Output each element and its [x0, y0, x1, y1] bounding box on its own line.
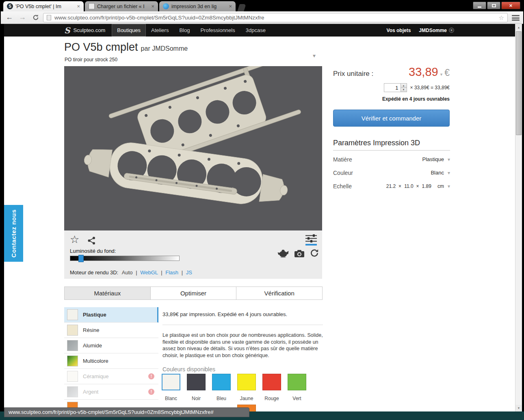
tab-title: Charger un fichier « I: [97, 4, 149, 9]
dim-y[interactable]: 11.0: [404, 183, 413, 189]
browser-tab-active[interactable]: S 'PO V5b cmplet' | Im ×: [3, 1, 84, 11]
material-description: Le plastique est un bon choix pour de no…: [162, 332, 324, 359]
bookmark-star-icon[interactable]: ☆: [499, 14, 504, 22]
url-text[interactable]: www.sculpteo.com/fr/print/po-v5b-cmplet/…: [54, 15, 499, 21]
warning-icon: !: [148, 389, 154, 395]
favorite-star-icon[interactable]: ☆: [70, 233, 79, 246]
browser-toolbar: ← → www.sculpteo.com/fr/print/po-v5b-cmp…: [1, 11, 523, 24]
close-button[interactable]: ×: [501, 2, 520, 9]
color-option-jaune[interactable]: Jaune: [237, 374, 256, 401]
color-swatch[interactable]: [187, 374, 206, 390]
material-row-resine[interactable]: Résine: [64, 323, 158, 338]
display-settings-sliders-icon[interactable]: [305, 234, 317, 244]
account-menu[interactable]: JMDSomme ▼: [419, 28, 454, 33]
refresh-icon[interactable]: [32, 14, 39, 22]
scrollbar-down-icon[interactable]: ▼: [515, 405, 522, 411]
render-engine-label: Moteur de rendu 3D:: [70, 269, 118, 276]
material-thumb: [67, 325, 78, 336]
color-option-noir[interactable]: Noir: [187, 374, 206, 401]
3d-model-render: [64, 66, 322, 230]
material-price-line: 33,89€ par impression. Expédié en 4 jour…: [162, 311, 287, 317]
scale-dimensions[interactable]: 21.2 × 11.0 × 1.89 cm: [386, 183, 444, 189]
color-swatch[interactable]: [212, 374, 231, 390]
material-name: Céramique: [83, 373, 109, 379]
material-name: Résine: [83, 327, 99, 333]
reset-view-icon[interactable]: [310, 248, 319, 259]
brightness-slider[interactable]: [70, 256, 180, 261]
tab-close-icon[interactable]: ×: [151, 4, 154, 9]
address-bar[interactable]: www.sculpteo.com/fr/print/po-v5b-cmplet/…: [43, 13, 508, 22]
color-swatch[interactable]: [288, 374, 306, 390]
scrollbar-thumb[interactable]: [516, 31, 522, 135]
maximize-button[interactable]: [487, 2, 500, 9]
dim-x[interactable]: 21.2: [386, 183, 396, 189]
material-row-argent[interactable]: Argent !: [64, 384, 158, 400]
brand-link[interactable]: Sculpteo.com: [73, 27, 105, 33]
dim-z[interactable]: 1.89: [422, 183, 431, 189]
engine-option-js[interactable]: JS: [186, 269, 192, 276]
page-title: PO V5b cmpletpar JMDSomme: [64, 41, 188, 54]
chevron-down-icon[interactable]: ▾: [313, 52, 316, 59]
back-icon[interactable]: ←: [6, 13, 13, 22]
chevron-down-icon[interactable]: ▾: [448, 183, 450, 189]
brightness-slider-handle[interactable]: [78, 255, 84, 262]
menu-icon[interactable]: [512, 15, 520, 21]
nav-item-professionnels[interactable]: Professionnels: [195, 24, 240, 37]
color-swatch[interactable]: [262, 374, 281, 390]
color-option-blanc[interactable]: Blanc: [162, 374, 180, 401]
chevron-down-icon[interactable]: ▾: [448, 170, 450, 176]
order-button[interactable]: Vérifier et commander: [333, 110, 450, 127]
tab-strip: S 'PO V5b cmplet' | Im × Charger un fich…: [3, 1, 245, 11]
nav-item-boutiques[interactable]: Boutiques: [112, 24, 146, 37]
nav-item-blog[interactable]: Blog: [174, 24, 195, 37]
color-swatches: Blanc Noir Bleu Jaune Rouge Vert: [162, 374, 313, 401]
render-engine-row: Moteur de rendu 3D: Auto | WebGL | Flash…: [70, 269, 192, 276]
sculpteo-favicon-icon: S: [7, 3, 13, 9]
share-icon[interactable]: [87, 236, 96, 247]
color-option-bleu[interactable]: Bleu: [212, 374, 231, 401]
tab-close-icon[interactable]: ×: [229, 4, 232, 9]
material-row-ceramique[interactable]: Céramique !: [64, 369, 158, 384]
browser-window: S 'PO V5b cmplet' | Im × Charger un fich…: [0, 0, 524, 420]
material-row-multicolore[interactable]: Multicolore: [64, 353, 158, 369]
sculpteo-logo-icon[interactable]: S: [64, 26, 70, 35]
material-select-value[interactable]: Plastique: [422, 156, 444, 162]
tab-optimiser[interactable]: Optimiser: [150, 286, 237, 300]
tab-close-icon[interactable]: ×: [77, 4, 80, 9]
browser-tab-2[interactable]: Charger un fichier « I ×: [85, 1, 158, 11]
quantity-input[interactable]: [384, 83, 401, 92]
nav-item-3dpcase[interactable]: 3dpcase: [240, 24, 271, 37]
new-tab-button[interactable]: [237, 4, 246, 11]
camera-screenshot-icon[interactable]: [294, 250, 305, 259]
3d-viewer-canvas[interactable]: [64, 66, 322, 230]
account-name: JMDSomme: [419, 28, 447, 33]
minimize-button[interactable]: [473, 2, 486, 9]
stepper-down-icon[interactable]: ▼: [401, 88, 407, 92]
unit-price-row: Prix unitaire : 33,89 ▾ €: [333, 65, 450, 79]
color-option-rouge[interactable]: Rouge: [262, 374, 281, 401]
browser-tab-3[interactable]: impression 3d en lig ×: [159, 1, 236, 11]
tab-verification[interactable]: Vérification: [236, 286, 323, 300]
forward-icon[interactable]: →: [19, 13, 26, 22]
material-row-plastique[interactable]: Plastique: [64, 307, 158, 323]
stepper-up-icon[interactable]: ▲: [401, 84, 407, 88]
engine-option-auto[interactable]: Auto: [122, 269, 133, 276]
contact-us-tab[interactable]: Contactez nous: [4, 205, 23, 262]
color-swatch[interactable]: [237, 374, 256, 390]
material-row-alumide[interactable]: Alumide: [64, 338, 158, 353]
teapot-3d-icon[interactable]: [277, 248, 289, 259]
color-option-vert[interactable]: Vert: [288, 374, 306, 401]
vos-objets-link[interactable]: Vos objets: [387, 28, 411, 33]
divider: [333, 150, 450, 151]
chevron-down-icon[interactable]: ▾: [448, 157, 450, 162]
color-swatch[interactable]: [162, 374, 180, 390]
engine-option-flash[interactable]: Flash: [165, 269, 178, 276]
quantity-stepper: ▲ ▼: [401, 83, 407, 92]
color-select-value[interactable]: Blanc: [431, 170, 444, 176]
tab-materiaux[interactable]: Matériaux: [64, 286, 151, 300]
nav-item-ateliers[interactable]: Ateliers: [146, 24, 174, 37]
engine-option-webgl[interactable]: WebGL: [140, 269, 158, 276]
scrollbar[interactable]: ▲ ▼: [515, 24, 522, 411]
scrollbar-up-icon[interactable]: ▲: [515, 24, 522, 30]
chevron-down-icon[interactable]: ▾: [440, 72, 443, 77]
